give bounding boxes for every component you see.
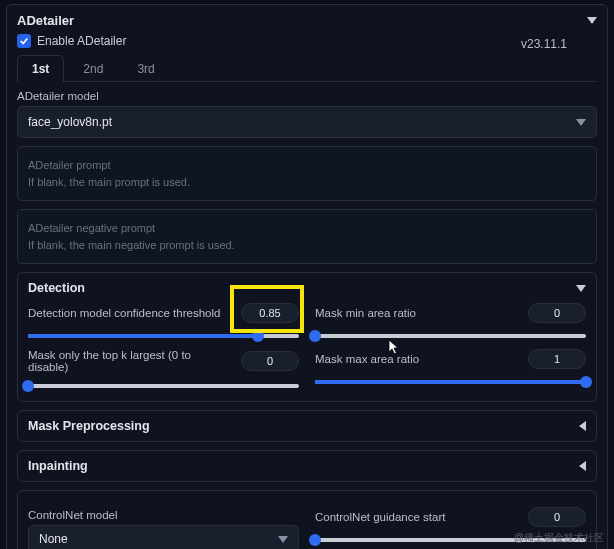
check-icon <box>19 36 29 46</box>
inpainting-section: Inpainting <box>17 450 597 482</box>
collapse-icon <box>587 17 597 24</box>
topk-slider[interactable] <box>28 379 299 393</box>
neg-prompt-placeholder-line1: ADetailer negative prompt <box>28 220 586 237</box>
confidence-label: Detection model confidence threshold <box>28 307 233 319</box>
panel-title: ADetailer <box>17 13 74 28</box>
watermark: @稀土掘金技术社区 <box>514 531 604 545</box>
enable-adetailer-label: Enable ADetailer <box>37 34 126 48</box>
prompt-textarea[interactable]: ADetailer prompt If blank, the main prom… <box>17 146 597 201</box>
collapse-icon <box>576 285 586 292</box>
model-label: ADetailer model <box>17 90 597 102</box>
controlnet-gstart-value[interactable]: 0 <box>528 507 586 527</box>
controlnet-model-select[interactable]: None <box>28 525 299 549</box>
detection-header[interactable]: Detection <box>28 281 586 295</box>
maxarea-slider[interactable] <box>315 375 586 389</box>
prompt-placeholder-line2: If blank, the main prompt is used. <box>28 174 586 191</box>
tab-2nd[interactable]: 2nd <box>68 55 118 82</box>
topk-label: Mask only the top k largest (0 to disabl… <box>28 349 233 373</box>
expand-icon <box>579 461 586 471</box>
controlnet-section: ControlNet model None ControlNet weight … <box>17 490 597 549</box>
detection-title: Detection <box>28 281 85 295</box>
tab-3rd[interactable]: 3rd <box>122 55 169 82</box>
chevron-down-icon <box>576 119 586 126</box>
controlnet-model-label: ControlNet model <box>28 509 299 521</box>
mask-preprocessing-title: Mask Preprocessing <box>28 419 150 433</box>
neg-prompt-textarea[interactable]: ADetailer negative prompt If blank, the … <box>17 209 597 264</box>
adetailer-tabs: 1st 2nd 3rd <box>17 54 597 82</box>
chevron-down-icon <box>278 536 288 543</box>
model-select[interactable]: face_yolov8n.pt <box>17 106 597 138</box>
minarea-slider[interactable] <box>315 329 586 343</box>
mask-preprocessing-header[interactable]: Mask Preprocessing <box>28 419 586 433</box>
expand-icon <box>579 421 586 431</box>
prompt-placeholder-line1: ADetailer prompt <box>28 157 586 174</box>
minarea-label: Mask min area ratio <box>315 307 520 319</box>
neg-prompt-placeholder-line2: If blank, the main negative prompt is us… <box>28 237 586 254</box>
confidence-slider[interactable] <box>28 329 299 343</box>
enable-adetailer-checkbox[interactable] <box>17 34 31 48</box>
confidence-value[interactable]: 0.85 <box>241 303 299 323</box>
inpainting-title: Inpainting <box>28 459 88 473</box>
tab-1st[interactable]: 1st <box>17 55 64 82</box>
inpainting-header[interactable]: Inpainting <box>28 459 586 473</box>
adetailer-panel-header[interactable]: ADetailer <box>17 13 597 28</box>
maxarea-value[interactable]: 1 <box>528 349 586 369</box>
minarea-value[interactable]: 0 <box>528 303 586 323</box>
controlnet-gstart-label: ControlNet guidance start <box>315 511 520 523</box>
model-value: face_yolov8n.pt <box>28 115 112 129</box>
mask-preprocessing-section: Mask Preprocessing <box>17 410 597 442</box>
detection-section: Detection Detection model confidence thr… <box>17 272 597 402</box>
adetailer-panel: ADetailer Enable ADetailer v23.11.1 1st … <box>6 4 608 549</box>
topk-value[interactable]: 0 <box>241 351 299 371</box>
version-label: v23.11.1 <box>521 37 567 51</box>
controlnet-model-value: None <box>39 532 68 546</box>
maxarea-label: Mask max area ratio <box>315 353 520 365</box>
